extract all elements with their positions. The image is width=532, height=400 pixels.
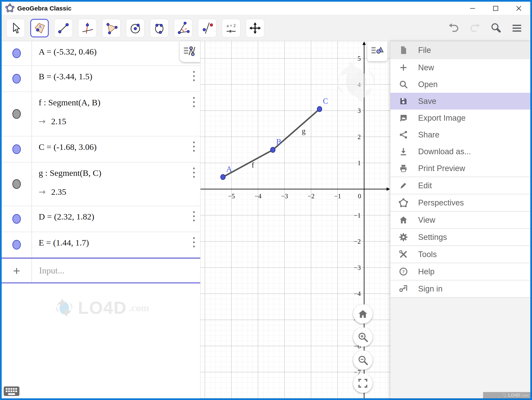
tool-buttons: Aαa = 2: [6, 19, 264, 37]
algebra-input-row[interactable]: + Input...: [2, 258, 200, 283]
algebra-row-text: g : Segment(B, C)→2.35: [32, 162, 200, 206]
row-options-kebab-icon[interactable]: [193, 167, 195, 178]
menu-item-sign-in[interactable]: Sign in: [390, 280, 530, 297]
blue-circle-icon: [13, 240, 21, 250]
row-options-kebab-icon[interactable]: [193, 142, 195, 152]
tool-circle-center-point-button[interactable]: [126, 19, 145, 37]
svg-text:3: 3: [358, 107, 361, 114]
algebra-row-E[interactable]: E = (1.44, 1.7): [2, 232, 200, 258]
menu-item-download-as[interactable]: Download as...: [390, 143, 530, 160]
algebra-row-g[interactable]: g : Segment(B, C)→2.35: [2, 162, 200, 206]
svg-text:−2: −2: [354, 238, 361, 245]
zoom-in-button[interactable]: [353, 327, 373, 347]
menu-item-settings[interactable]: Settings: [390, 229, 530, 246]
search-button[interactable]: [490, 22, 502, 34]
blue-circle-icon: [13, 214, 21, 224]
visibility-toggle-f[interactable]: [2, 92, 32, 136]
menu-item-share[interactable]: Share: [390, 126, 530, 143]
menu-item-new[interactable]: New: [390, 59, 530, 76]
home-icon: [399, 215, 408, 225]
menu-item-edit[interactable]: Edit: [390, 177, 530, 194]
home-button[interactable]: [353, 304, 373, 324]
menu-item-perspectives[interactable]: Perspectives: [390, 194, 530, 211]
svg-text:0: 0: [358, 192, 361, 200]
menu-item-print-preview[interactable]: Print Preview: [390, 160, 530, 177]
redo-button[interactable]: [469, 22, 481, 34]
tool-polygon-button[interactable]: [102, 19, 120, 37]
algebra-row-D[interactable]: D = (2.32, 1.82): [2, 206, 200, 232]
maximize-button[interactable]: [484, 2, 507, 15]
visibility-toggle-D[interactable]: [2, 206, 32, 232]
add-input-icon[interactable]: +: [2, 258, 32, 283]
row-options-kebab-icon[interactable]: [193, 71, 195, 81]
conic-3points-icon: [153, 22, 165, 34]
fullscreen-button[interactable]: [353, 374, 373, 393]
row-options-kebab-icon[interactable]: [193, 97, 195, 107]
point-A[interactable]: [221, 174, 225, 180]
gear-icon: [399, 233, 408, 242]
menu-item-save[interactable]: Save: [390, 93, 530, 110]
algebra-row-text: D = (2.32, 1.82): [32, 206, 200, 232]
floppy-icon: [399, 97, 408, 106]
close-button[interactable]: [507, 2, 530, 15]
visibility-toggle-g[interactable]: [2, 162, 32, 206]
visibility-toggle-A[interactable]: [2, 41, 32, 66]
row-options-kebab-icon[interactable]: [193, 211, 195, 222]
main-menu-button[interactable]: [511, 22, 523, 34]
cursor-icon: [9, 22, 22, 34]
tool-move-button[interactable]: [6, 19, 25, 37]
visibility-toggle-E[interactable]: [2, 232, 32, 257]
content-area: A = (-5.32, 0.46)B = (-3.44, 1.5)f : Seg…: [2, 41, 530, 398]
tool-conic-through-points-button[interactable]: [150, 19, 169, 37]
tool-slider-button[interactable]: a = 2: [222, 19, 240, 37]
tool-move-graphics-view-button[interactable]: [246, 19, 264, 37]
svg-text:−1: −1: [354, 212, 361, 219]
geogebra-window: GeoGebra Classic Aαa = 2 A = (-5.32, 0.4…: [0, 0, 532, 400]
tools-cross-icon: [399, 250, 408, 259]
title-bar: GeoGebra Classic: [2, 2, 530, 15]
algebra-row-B[interactable]: B = (-3.44, 1.5): [2, 66, 200, 92]
point-B[interactable]: [271, 147, 275, 153]
tool-angle-button[interactable]: α: [174, 19, 192, 37]
svg-text:α: α: [185, 26, 187, 31]
algebra-row-f[interactable]: f : Segment(A, B)→2.15: [2, 92, 200, 136]
menu-item-file[interactable]: File: [390, 41, 530, 59]
tool-line-button[interactable]: [54, 19, 73, 37]
reflect-line-icon: [201, 22, 214, 34]
row-options-kebab-icon[interactable]: [193, 237, 195, 247]
download-icon: [399, 147, 408, 156]
plus-icon: [399, 63, 408, 72]
graphics-style-bar-button[interactable]: [367, 41, 387, 61]
menu-item-open[interactable]: Open: [390, 76, 530, 93]
geogebra-logo-icon: [5, 4, 15, 13]
svg-text:a = 2: a = 2: [227, 23, 236, 28]
keyboard-icon: [3, 385, 20, 397]
tool-reflect-about-line-button[interactable]: [198, 19, 216, 37]
arrow-icon: →: [39, 117, 46, 126]
hamburger-icon: [511, 23, 522, 34]
menu-item-export-image[interactable]: Export Image: [390, 110, 530, 126]
menu-item-help[interactable]: ?Help: [390, 263, 530, 280]
svg-text:−5: −5: [228, 192, 235, 200]
tool-perpendicular-line-button[interactable]: [78, 19, 97, 37]
visibility-toggle-C[interactable]: [2, 136, 32, 162]
algebra-style-bar-button[interactable]: [180, 41, 200, 62]
blue-circle-icon: [13, 74, 21, 84]
printer-icon: [399, 164, 408, 173]
algebra-row-A[interactable]: A = (-5.32, 0.46): [2, 41, 200, 66]
visibility-toggle-B[interactable]: [2, 66, 32, 92]
menu-item-view[interactable]: View: [390, 212, 530, 228]
share-icon: [399, 130, 408, 139]
point-C[interactable]: [317, 106, 322, 112]
tool-point-button[interactable]: A: [30, 19, 49, 37]
algebra-row-C[interactable]: C = (-1.68, 3.06): [2, 136, 200, 162]
virtual-keyboard-button[interactable]: [3, 385, 20, 397]
segment-label-g: g: [302, 127, 305, 135]
window-controls: [461, 2, 530, 15]
menu-item-tools[interactable]: Tools: [390, 246, 530, 263]
minimize-button[interactable]: [461, 2, 484, 15]
zoom-out-button[interactable]: [353, 351, 373, 370]
undo-button[interactable]: [448, 22, 460, 34]
algebra-input[interactable]: Input...: [32, 258, 200, 283]
graphics-view[interactable]: −5−4−3−2−1054321−1−2−3−4−5−6−7fgABCDE: [200, 41, 390, 398]
